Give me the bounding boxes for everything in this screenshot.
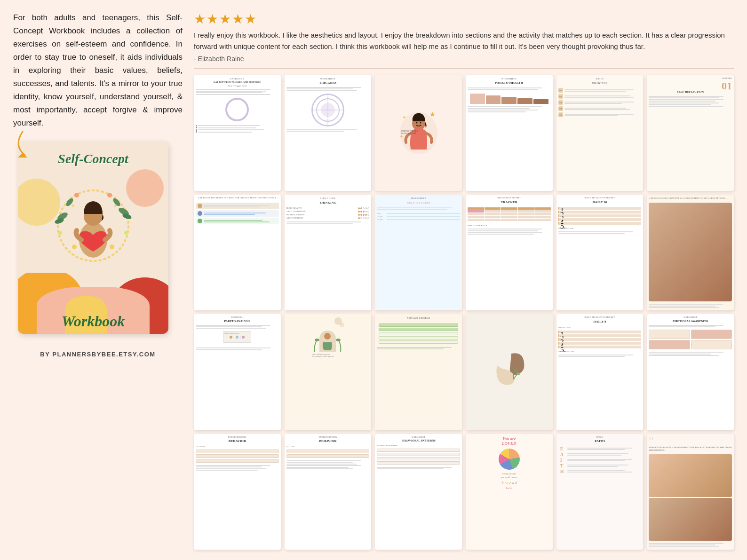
svg-text:✦: ✦ bbox=[71, 203, 75, 209]
page-thumb-r4c3[interactable]: WORKSHEET BEHAVIORAL PATTERNS ENVIOUS BE… bbox=[375, 434, 462, 550]
page-thumb-r4c6[interactable]: “ TO SHIFT YOUR LIFE IN A DESIRED DIRECT… bbox=[647, 434, 734, 550]
page-thumb-r1c1[interactable]: EXERCISE 2 GAP BETWEEN TRIGGER AND RESPO… bbox=[194, 75, 281, 191]
page-thumb-r3c4[interactable] bbox=[466, 314, 553, 430]
svg-point-14 bbox=[72, 245, 77, 249]
arrow-annotation-icon bbox=[8, 127, 46, 165]
page-thumb-r4c1[interactable]: UNDERSTANDING BEHAVIOR PATTERNS: bbox=[194, 434, 281, 550]
page-thumb-r2c1[interactable]: EXERCISES TO EXPAND THE MIND AND CHANGE … bbox=[194, 195, 281, 310]
svg-point-25 bbox=[416, 122, 417, 124]
page-thumb-r4c5[interactable]: DAILY FAITH F A bbox=[556, 434, 644, 550]
page-thumb-r4c4[interactable]: You areLOVED 6 ways to calm yourself dow… bbox=[466, 434, 553, 550]
review-section: ★★★★★ I really enjoy this workbook. I li… bbox=[194, 11, 734, 69]
page-thumb-r3c3[interactable]: Self Care Check In bbox=[375, 314, 462, 430]
product-description: For both adults and teenagers, this Self… bbox=[13, 11, 183, 130]
page-thumb-r3c5[interactable]: DAILY REFLECTION PROMPT DAILY 8 What did… bbox=[556, 314, 644, 430]
svg-point-8 bbox=[74, 193, 79, 197]
svg-point-38 bbox=[514, 369, 518, 371]
page-thumb-r2c4[interactable]: REFLECTION PROMPT TRACKER REFLECTION NOT… bbox=[466, 195, 553, 310]
figure-illustration-r1c3: ✦ ★ ★ ONE DAY YOU WIL bbox=[397, 107, 440, 159]
page-thumb-r2c5[interactable]: DAILY REFLECTION PROMPT DAILY 10 1. 2. 3… bbox=[556, 195, 644, 310]
svg-point-29 bbox=[340, 323, 344, 327]
page-thumb-r2c3[interactable]: WORKSHEET SELF-ESTEEM How Do you bbox=[375, 195, 462, 310]
right-column: ★★★★★ I really enjoy this workbook. I li… bbox=[194, 11, 734, 550]
svg-point-26 bbox=[420, 122, 421, 124]
svg-point-34 bbox=[336, 339, 341, 341]
page-thumb-r2c6[interactable]: A PERSON'S SELF-CONCEPT IS A COLLECTION … bbox=[647, 195, 734, 310]
reviewer-name: - Elizabeth Raine bbox=[194, 55, 734, 63]
page-thumb-r1c6[interactable]: CHAPTER 01 SELF-REFLECTION bbox=[647, 75, 734, 191]
svg-text:✦: ✦ bbox=[402, 115, 406, 120]
page-thumb-r1c4[interactable]: WORKSHEET PARETO HEALTH bbox=[466, 75, 553, 191]
page-thumb-r1c2[interactable]: WORKSHEET TRIGGERS bbox=[285, 75, 372, 191]
svg-point-11 bbox=[124, 231, 128, 235]
left-column: For both adults and teenagers, this Self… bbox=[13, 11, 183, 550]
cover-title-line2: Workbook bbox=[18, 313, 168, 330]
arch-window-illustration: There will be no end if you keep asking … bbox=[310, 316, 345, 359]
svg-text:★: ★ bbox=[400, 134, 403, 139]
svg-marker-0 bbox=[18, 153, 27, 158]
star-rating: ★★★★★ bbox=[194, 11, 734, 27]
page-thumb-r4c2[interactable]: UNDERSTANDING BEHAVIOR PATTERN: bbox=[285, 434, 372, 550]
svg-text:★: ★ bbox=[429, 111, 436, 118]
page-thumb-r3c1[interactable]: EXERCISE 4 PARETO ANALYSIS identify crit… bbox=[194, 314, 281, 430]
page-thumb-r2c2[interactable]: SELF-CHECK THINKING BEGIN NEGATIVE ABILI… bbox=[285, 195, 372, 310]
svg-point-10 bbox=[58, 231, 62, 235]
book-cover: Self-Concept bbox=[18, 141, 168, 334]
review-text: I really enjoy this workbook. I like the… bbox=[194, 30, 734, 52]
abstract-r3c4 bbox=[490, 351, 528, 394]
svg-point-32 bbox=[324, 333, 331, 339]
svg-text:✦: ✦ bbox=[113, 203, 118, 209]
page-thumb-r1c3[interactable]: ✦ ★ ★ ONE DAY YOU WIL bbox=[375, 75, 462, 191]
page-thumb-r3c2[interactable]: There will be no end if you keep asking … bbox=[285, 314, 372, 430]
svg-text:BE IN CALM TIME: BE IN CALM TIME bbox=[401, 132, 416, 134]
page-thumb-r3c6[interactable]: WORKSHEET EMOTIONAL AWARENESS bbox=[647, 314, 734, 430]
seller-byline: BY PLANNERSBYBEE.ETSY.COM bbox=[13, 351, 183, 358]
svg-point-15 bbox=[110, 245, 114, 249]
svg-point-9 bbox=[107, 193, 112, 197]
svg-point-33 bbox=[315, 339, 319, 341]
page-thumb-r1c5[interactable]: DAILY PROCESS 01 02 bbox=[556, 75, 644, 191]
workbook-pages-grid: EXERCISE 2 GAP BETWEEN TRIGGER AND RESPO… bbox=[194, 75, 734, 550]
svg-text:keep asking for others' approv: keep asking for others' approval. bbox=[312, 355, 334, 357]
cover-illustration: ✦ ✦ bbox=[51, 174, 135, 268]
book-cover-wrapper: Self-Concept bbox=[13, 141, 173, 343]
